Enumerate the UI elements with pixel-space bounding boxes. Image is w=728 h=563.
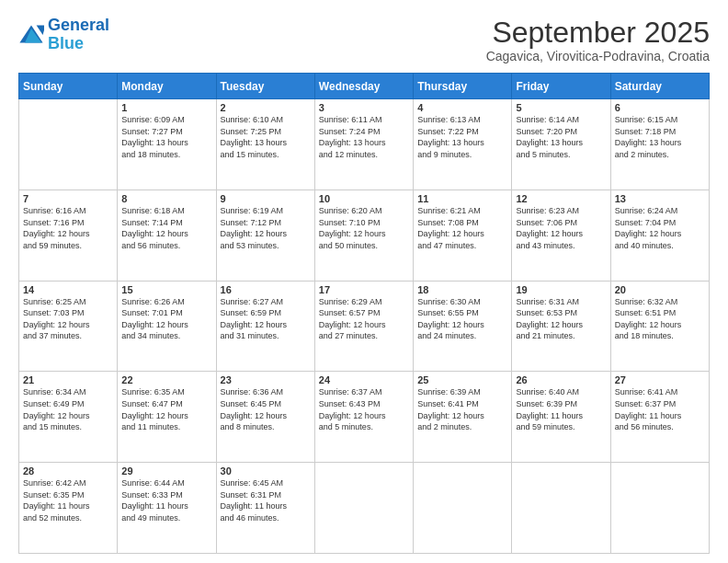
day-number: 26 bbox=[516, 374, 606, 385]
day-number: 23 bbox=[221, 374, 311, 385]
location: Cagavica, Virovitica-Podravina, Croatia bbox=[486, 49, 710, 63]
col-saturday: Saturday bbox=[610, 74, 709, 99]
table-row: 9Sunrise: 6:19 AMSunset: 7:12 PMDaylight… bbox=[216, 190, 314, 281]
table-row: 30Sunrise: 6:45 AMSunset: 6:31 PMDayligh… bbox=[216, 463, 314, 554]
day-info: Sunrise: 6:23 AMSunset: 7:06 PMDaylight:… bbox=[516, 205, 606, 251]
day-info: Sunrise: 6:45 AMSunset: 6:31 PMDaylight:… bbox=[221, 477, 311, 523]
day-number: 16 bbox=[221, 284, 311, 295]
day-number: 28 bbox=[23, 465, 113, 477]
day-info: Sunrise: 6:32 AMSunset: 6:51 PMDaylight:… bbox=[615, 296, 705, 342]
calendar-body: 1Sunrise: 6:09 AMSunset: 7:27 PMDaylight… bbox=[19, 99, 710, 554]
calendar-header-row: Sunday Monday Tuesday Wednesday Thursday… bbox=[19, 74, 710, 99]
day-number: 14 bbox=[23, 284, 113, 295]
table-row: 8Sunrise: 6:18 AMSunset: 7:14 PMDaylight… bbox=[118, 190, 216, 281]
table-row: 1Sunrise: 6:09 AMSunset: 7:27 PMDaylight… bbox=[118, 99, 216, 190]
day-info: Sunrise: 6:34 AMSunset: 6:49 PMDaylight:… bbox=[23, 386, 113, 432]
table-row: 19Sunrise: 6:31 AMSunset: 6:53 PMDayligh… bbox=[512, 281, 610, 372]
day-info: Sunrise: 6:20 AMSunset: 7:10 PMDaylight:… bbox=[319, 205, 409, 251]
month-title: September 2025 bbox=[486, 17, 710, 49]
logo-blue: Blue bbox=[48, 34, 84, 52]
header: General Blue September 2025 Cagavica, Vi… bbox=[18, 17, 710, 63]
table-row: 13Sunrise: 6:24 AMSunset: 7:04 PMDayligh… bbox=[610, 190, 709, 281]
day-number: 15 bbox=[121, 284, 211, 295]
day-number: 1 bbox=[121, 102, 211, 113]
table-row: 6Sunrise: 6:15 AMSunset: 7:18 PMDaylight… bbox=[610, 99, 709, 190]
table-row: 5Sunrise: 6:14 AMSunset: 7:20 PMDaylight… bbox=[512, 99, 610, 190]
table-row: 23Sunrise: 6:36 AMSunset: 6:45 PMDayligh… bbox=[216, 372, 314, 463]
day-number: 21 bbox=[23, 374, 113, 385]
day-info: Sunrise: 6:42 AMSunset: 6:35 PMDaylight:… bbox=[23, 477, 113, 523]
day-number: 10 bbox=[319, 193, 409, 204]
calendar-week-row: 14Sunrise: 6:25 AMSunset: 7:03 PMDayligh… bbox=[19, 281, 710, 372]
logo-icon bbox=[18, 22, 44, 48]
col-friday: Friday bbox=[512, 74, 610, 99]
table-row: 22Sunrise: 6:35 AMSunset: 6:47 PMDayligh… bbox=[118, 372, 216, 463]
day-number: 25 bbox=[417, 374, 507, 385]
calendar-week-row: 28Sunrise: 6:42 AMSunset: 6:35 PMDayligh… bbox=[19, 463, 710, 554]
day-number: 18 bbox=[417, 284, 507, 295]
table-row: 12Sunrise: 6:23 AMSunset: 7:06 PMDayligh… bbox=[512, 190, 610, 281]
day-info: Sunrise: 6:09 AMSunset: 7:27 PMDaylight:… bbox=[121, 114, 211, 160]
table-row bbox=[19, 99, 118, 190]
day-info: Sunrise: 6:14 AMSunset: 7:20 PMDaylight:… bbox=[516, 114, 606, 160]
table-row: 24Sunrise: 6:37 AMSunset: 6:43 PMDayligh… bbox=[314, 372, 413, 463]
day-info: Sunrise: 6:41 AMSunset: 6:37 PMDaylight:… bbox=[615, 386, 705, 432]
day-info: Sunrise: 6:15 AMSunset: 7:18 PMDaylight:… bbox=[615, 114, 705, 160]
day-info: Sunrise: 6:13 AMSunset: 7:22 PMDaylight:… bbox=[417, 114, 507, 160]
calendar-table: Sunday Monday Tuesday Wednesday Thursday… bbox=[18, 73, 710, 554]
table-row: 10Sunrise: 6:20 AMSunset: 7:10 PMDayligh… bbox=[314, 190, 413, 281]
table-row: 11Sunrise: 6:21 AMSunset: 7:08 PMDayligh… bbox=[414, 190, 512, 281]
day-info: Sunrise: 6:37 AMSunset: 6:43 PMDaylight:… bbox=[319, 386, 409, 432]
day-info: Sunrise: 6:19 AMSunset: 7:12 PMDaylight:… bbox=[221, 205, 311, 251]
table-row bbox=[414, 463, 512, 554]
day-number: 7 bbox=[23, 193, 113, 204]
day-info: Sunrise: 6:25 AMSunset: 7:03 PMDaylight:… bbox=[23, 296, 113, 342]
day-number: 8 bbox=[121, 193, 211, 204]
day-info: Sunrise: 6:24 AMSunset: 7:04 PMDaylight:… bbox=[615, 205, 705, 251]
table-row: 25Sunrise: 6:39 AMSunset: 6:41 PMDayligh… bbox=[414, 372, 512, 463]
day-number: 12 bbox=[516, 193, 606, 204]
day-number: 29 bbox=[121, 465, 211, 477]
day-info: Sunrise: 6:10 AMSunset: 7:25 PMDaylight:… bbox=[221, 114, 311, 160]
day-info: Sunrise: 6:11 AMSunset: 7:24 PMDaylight:… bbox=[319, 114, 409, 160]
day-info: Sunrise: 6:16 AMSunset: 7:16 PMDaylight:… bbox=[23, 205, 113, 251]
table-row: 18Sunrise: 6:30 AMSunset: 6:55 PMDayligh… bbox=[414, 281, 512, 372]
table-row: 28Sunrise: 6:42 AMSunset: 6:35 PMDayligh… bbox=[19, 463, 118, 554]
day-info: Sunrise: 6:27 AMSunset: 6:59 PMDaylight:… bbox=[221, 296, 311, 342]
day-number: 22 bbox=[121, 374, 211, 385]
logo-text: General Blue bbox=[48, 17, 109, 53]
table-row: 27Sunrise: 6:41 AMSunset: 6:37 PMDayligh… bbox=[610, 372, 709, 463]
logo: General Blue bbox=[18, 17, 109, 53]
day-number: 6 bbox=[615, 102, 705, 113]
table-row bbox=[512, 463, 610, 554]
table-row bbox=[314, 463, 413, 554]
day-number: 19 bbox=[516, 284, 606, 295]
day-number: 20 bbox=[615, 284, 705, 295]
title-block: September 2025 Cagavica, Virovitica-Podr… bbox=[486, 17, 710, 63]
day-info: Sunrise: 6:44 AMSunset: 6:33 PMDaylight:… bbox=[121, 477, 211, 523]
table-row: 4Sunrise: 6:13 AMSunset: 7:22 PMDaylight… bbox=[414, 99, 512, 190]
day-info: Sunrise: 6:31 AMSunset: 6:53 PMDaylight:… bbox=[516, 296, 606, 342]
day-info: Sunrise: 6:40 AMSunset: 6:39 PMDaylight:… bbox=[516, 386, 606, 432]
table-row: 3Sunrise: 6:11 AMSunset: 7:24 PMDaylight… bbox=[314, 99, 413, 190]
calendar-week-row: 21Sunrise: 6:34 AMSunset: 6:49 PMDayligh… bbox=[19, 372, 710, 463]
table-row: 17Sunrise: 6:29 AMSunset: 6:57 PMDayligh… bbox=[314, 281, 413, 372]
logo-general: General bbox=[48, 16, 109, 34]
table-row: 26Sunrise: 6:40 AMSunset: 6:39 PMDayligh… bbox=[512, 372, 610, 463]
table-row: 20Sunrise: 6:32 AMSunset: 6:51 PMDayligh… bbox=[610, 281, 709, 372]
day-number: 4 bbox=[417, 102, 507, 113]
table-row: 7Sunrise: 6:16 AMSunset: 7:16 PMDaylight… bbox=[19, 190, 118, 281]
day-info: Sunrise: 6:21 AMSunset: 7:08 PMDaylight:… bbox=[417, 205, 507, 251]
day-number: 9 bbox=[221, 193, 311, 204]
day-number: 11 bbox=[417, 193, 507, 204]
col-wednesday: Wednesday bbox=[314, 74, 413, 99]
table-row: 15Sunrise: 6:26 AMSunset: 7:01 PMDayligh… bbox=[118, 281, 216, 372]
col-thursday: Thursday bbox=[414, 74, 512, 99]
page: General Blue September 2025 Cagavica, Vi… bbox=[0, 0, 728, 563]
day-number: 2 bbox=[221, 102, 311, 113]
col-sunday: Sunday bbox=[19, 74, 118, 99]
day-info: Sunrise: 6:30 AMSunset: 6:55 PMDaylight:… bbox=[417, 296, 507, 342]
day-number: 3 bbox=[319, 102, 409, 113]
day-number: 5 bbox=[516, 102, 606, 113]
day-number: 27 bbox=[615, 374, 705, 385]
